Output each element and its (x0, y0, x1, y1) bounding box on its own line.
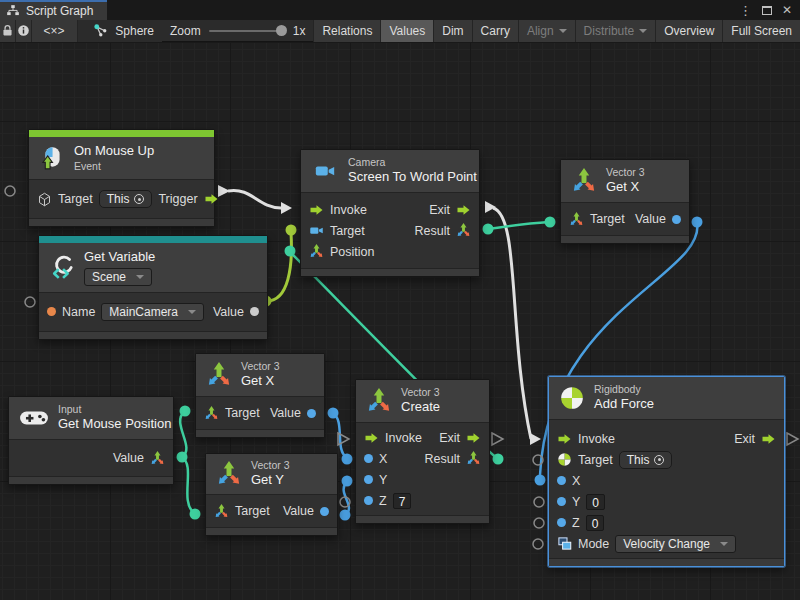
camera-port-icon[interactable] (309, 223, 324, 238)
node-footer (29, 218, 214, 226)
node-get-x-top[interactable]: Vector 3 Get X Target Value (560, 159, 690, 244)
values-button[interactable]: Values (381, 20, 434, 42)
graph-toolbar: <×> Sphere Zoom 1x Relations Values Dim … (0, 20, 800, 42)
this-target-chip[interactable]: This (619, 451, 673, 469)
distribute-dropdown[interactable]: Distribute (576, 20, 657, 42)
vector3-port-icon[interactable] (456, 223, 471, 238)
wire-camera-result-to-getx (483, 217, 556, 235)
object-picker-icon (134, 194, 144, 204)
exec-output-icon[interactable] (466, 432, 481, 444)
overview-button[interactable]: Overview (656, 20, 723, 42)
chevron-down-icon (720, 542, 728, 546)
edit-code-button[interactable]: <×> (32, 20, 78, 42)
node-header: Input Get Mouse Position (9, 397, 173, 440)
z-value-field[interactable]: 0 (586, 515, 605, 531)
toolbar-spacer (78, 20, 86, 42)
node-vector3-create[interactable]: Vector 3 Create Invoke Exit X Result Y Z (355, 379, 490, 524)
wire-mousepos-to-gety (182, 457, 201, 520)
variable-icon (49, 254, 75, 280)
float-port-dot[interactable] (557, 476, 566, 485)
string-port-dot[interactable] (47, 307, 56, 316)
dim-button[interactable]: Dim (434, 20, 472, 42)
camera-icon (311, 160, 339, 182)
float-port-dot[interactable] (364, 454, 373, 463)
unity-visual-scripting-window: Script Graph ⋮ ✕ <×> Sphere Zoom 1x Rela… (0, 0, 800, 600)
zoom-slider[interactable] (209, 30, 285, 32)
vector3-port-icon[interactable] (150, 451, 165, 466)
node-footer (206, 527, 337, 535)
vector3-port-icon[interactable] (569, 212, 584, 227)
port-label-value: Value (213, 305, 244, 319)
vector3-port-icon[interactable] (214, 504, 229, 519)
graph-owner-name: Sphere (115, 24, 154, 38)
chevron-down-icon (559, 29, 567, 33)
rigidbody-icon (559, 385, 585, 411)
node-on-mouse-up[interactable]: On Mouse Up Event Target This Trigger (28, 129, 215, 227)
node-get-mouse-position[interactable]: Input Get Mouse Position Value (8, 396, 174, 485)
node-screen-to-world-point[interactable]: Camera Screen To World Point Invoke Exit… (300, 149, 480, 277)
graph-breadcrumb[interactable]: Sphere (85, 20, 162, 42)
rigidbody-port-icon[interactable] (557, 452, 572, 467)
node-footer (356, 515, 489, 523)
port-label-name: Name (62, 305, 95, 319)
node-add-force[interactable]: Rigidbody Add Force Invoke Exit Target T… (548, 376, 785, 567)
graph-canvas[interactable]: On Mouse Up Event Target This Trigger (0, 43, 800, 600)
zoom-label: Zoom (170, 24, 201, 38)
force-mode-dropdown[interactable]: Velocity Change (615, 535, 736, 553)
node-subtitle: Event (74, 160, 154, 173)
tab-script-graph[interactable]: Script Graph (0, 0, 107, 20)
zoom-slider-handle[interactable] (276, 25, 287, 36)
variable-scope-dropdown[interactable]: Scene (84, 268, 152, 286)
tab-bar: Script Graph ⋮ ✕ (0, 0, 800, 20)
float-port-dot[interactable] (320, 507, 329, 516)
variable-accent-bar (39, 236, 267, 243)
float-port-dot[interactable] (557, 497, 566, 506)
maximize-icon[interactable] (762, 6, 772, 15)
vector3-port-icon[interactable] (466, 451, 481, 466)
exec-input-icon[interactable] (364, 432, 379, 444)
exec-output-icon[interactable] (456, 204, 471, 216)
exec-output-icon[interactable] (204, 193, 219, 205)
this-target-chip[interactable]: This (99, 190, 153, 208)
float-port-dot[interactable] (557, 518, 566, 527)
align-dropdown[interactable]: Align (519, 20, 576, 42)
float-port-dot[interactable] (364, 475, 373, 484)
float-port-dot[interactable] (672, 215, 681, 224)
exec-input-icon[interactable] (557, 433, 572, 445)
tab-title: Script Graph (26, 4, 93, 18)
lock-button[interactable] (0, 20, 16, 42)
window-controls: ⋮ ✕ (739, 0, 800, 20)
float-port-dot[interactable] (307, 409, 316, 418)
z-value-field[interactable]: 7 (393, 493, 412, 509)
node-header: Get Variable Scene (39, 243, 267, 293)
node-title: On Mouse Up (74, 143, 154, 160)
angle-x-icon: <×> (44, 24, 65, 38)
wire-exit-to-addforce-invoke (485, 201, 541, 445)
inspect-button[interactable] (16, 20, 32, 42)
lock-icon (1, 24, 14, 37)
close-icon[interactable]: ✕ (782, 4, 792, 16)
relations-button[interactable]: Relations (313, 20, 381, 42)
fullscreen-button[interactable]: Full Screen (723, 20, 800, 42)
vector3-port-icon[interactable] (204, 406, 219, 421)
exec-output-icon[interactable] (761, 433, 776, 445)
node-get-y[interactable]: Vector 3 Get Y Target Value (205, 453, 338, 536)
node-get-x-mid[interactable]: Vector 3 Get X Target Value (195, 353, 325, 438)
exec-input-icon[interactable] (309, 204, 324, 216)
node-get-variable[interactable]: Get Variable Scene Name MainCamera Value (38, 235, 268, 340)
value-port-dot[interactable] (250, 307, 259, 316)
variable-name-dropdown[interactable]: MainCamera (101, 303, 204, 321)
node-header: Vector 3 Get X (196, 354, 324, 397)
info-icon (17, 24, 30, 37)
event-accent-bar (29, 130, 214, 137)
wire-trigger-to-invoke (218, 185, 292, 214)
gameobject-cube-icon (37, 192, 52, 207)
window-menu-icon[interactable]: ⋮ (739, 4, 752, 17)
gamepad-icon (19, 408, 49, 428)
carry-button[interactable]: Carry (473, 20, 519, 42)
float-port-dot[interactable] (364, 496, 373, 505)
wire-mousepos-to-getx (177, 406, 191, 463)
y-value-field[interactable]: 0 (586, 494, 605, 510)
vector3-port-icon[interactable] (309, 244, 324, 259)
vector3-icon (571, 168, 597, 194)
